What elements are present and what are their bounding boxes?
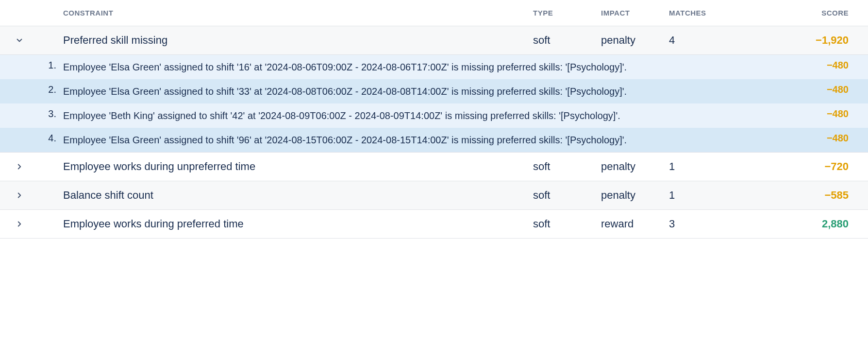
constraint-detail-row: 3.Employee 'Beth King' assigned to shift…: [0, 103, 868, 128]
detail-score: −480: [761, 133, 849, 144]
constraint-impact: reward: [601, 218, 669, 230]
constraint-name: Balance shift count: [63, 189, 533, 202]
constraint-name: Employee works during unpreferred time: [63, 160, 533, 173]
constraint-matches: 1: [669, 189, 761, 202]
constraint-details: 1.Employee 'Elsa Green' assigned to shif…: [0, 55, 868, 153]
constraint-type: soft: [533, 160, 601, 173]
constraint-type: soft: [533, 218, 601, 230]
constraint-row[interactable]: Employee works during preferred timesoft…: [0, 210, 868, 239]
constraint-score: −720: [761, 160, 849, 173]
chevron-right-icon[interactable]: [5, 162, 34, 171]
detail-number: 2.: [34, 84, 63, 99]
constraint-name: Preferred skill missing: [63, 34, 533, 47]
constraint-matches: 4: [669, 34, 761, 47]
detail-score: −480: [761, 108, 849, 120]
constraint-detail-row: 4.Employee 'Elsa Green' assigned to shif…: [0, 128, 868, 152]
detail-text: Employee 'Beth King' assigned to shift '…: [63, 108, 761, 123]
constraint-score: −585: [761, 189, 849, 202]
detail-text: Employee 'Elsa Green' assigned to shift …: [63, 133, 761, 147]
header-constraint: CONSTRAINT: [63, 9, 533, 17]
detail-number: 3.: [34, 108, 63, 123]
header-type: TYPE: [533, 9, 601, 17]
detail-number: 4.: [34, 133, 63, 147]
detail-text: Employee 'Elsa Green' assigned to shift …: [63, 84, 761, 99]
header-matches: MATCHES: [669, 9, 761, 17]
table-header-row: CONSTRAINT TYPE IMPACT MATCHES SCORE: [0, 0, 868, 26]
detail-score: −480: [761, 84, 849, 95]
detail-text: Employee 'Elsa Green' assigned to shift …: [63, 60, 761, 74]
constraint-matches: 3: [669, 218, 761, 230]
constraint-matches: 1: [669, 160, 761, 173]
constraint-type: soft: [533, 189, 601, 202]
header-score: SCORE: [761, 9, 849, 17]
constraint-score: 2,880: [761, 218, 849, 230]
chevron-right-icon[interactable]: [5, 220, 34, 228]
constraint-name: Employee works during preferred time: [63, 218, 533, 230]
constraint-impact: penalty: [601, 34, 669, 47]
constraint-score: −1,920: [761, 34, 849, 47]
constraints-table: CONSTRAINT TYPE IMPACT MATCHES SCORE Pre…: [0, 0, 868, 239]
constraint-impact: penalty: [601, 160, 669, 173]
chevron-down-icon[interactable]: [5, 36, 34, 45]
constraint-type: soft: [533, 34, 601, 47]
constraint-impact: penalty: [601, 189, 669, 202]
header-impact: IMPACT: [601, 9, 669, 17]
constraint-row[interactable]: Preferred skill missingsoftpenalty4−1,92…: [0, 26, 868, 55]
constraint-row[interactable]: Balance shift countsoftpenalty1−585: [0, 181, 868, 210]
constraint-detail-row: 1.Employee 'Elsa Green' assigned to shif…: [0, 55, 868, 79]
constraint-row[interactable]: Employee works during unpreferred timeso…: [0, 153, 868, 181]
chevron-right-icon[interactable]: [5, 191, 34, 200]
detail-number: 1.: [34, 60, 63, 74]
detail-score: −480: [761, 60, 849, 71]
constraint-detail-row: 2.Employee 'Elsa Green' assigned to shif…: [0, 79, 868, 103]
